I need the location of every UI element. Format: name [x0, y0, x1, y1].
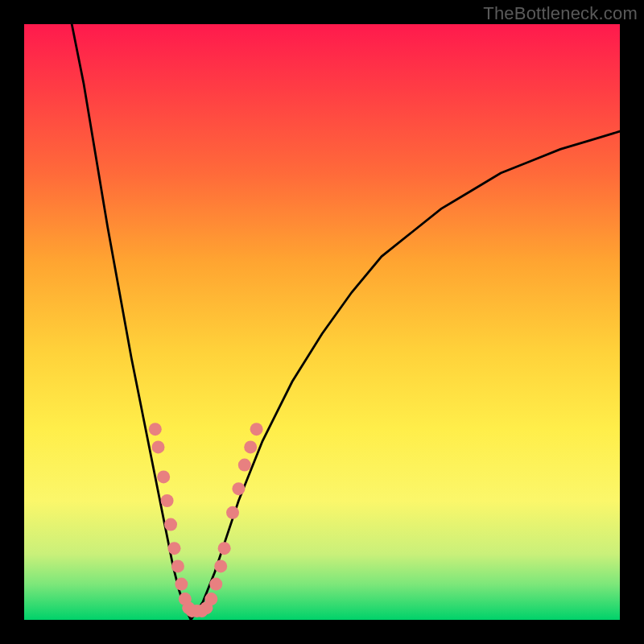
chart-svg: [24, 24, 620, 620]
data-point: [204, 592, 217, 605]
data-point: [226, 506, 239, 519]
curve-layer: [72, 24, 620, 620]
data-point: [232, 482, 245, 495]
data-point: [167, 542, 180, 555]
data-point: [171, 559, 184, 572]
data-point: [218, 542, 231, 555]
points-layer: [149, 423, 263, 617]
chart-plot-area: [24, 24, 620, 620]
watermark-text: TheBottleneck.com: [483, 3, 638, 24]
data-point: [238, 459, 251, 472]
data-point: [161, 494, 174, 507]
data-point: [152, 440, 165, 453]
data-point: [149, 423, 162, 436]
data-point: [209, 578, 222, 591]
curve-bottleneck-curve-right: [191, 131, 620, 620]
data-point: [164, 518, 177, 531]
data-point: [250, 423, 263, 436]
data-point: [157, 470, 170, 483]
chart-frame: TheBottleneck.com: [0, 0, 644, 644]
data-point: [214, 559, 227, 572]
data-point: [175, 578, 188, 591]
data-point: [244, 440, 257, 453]
